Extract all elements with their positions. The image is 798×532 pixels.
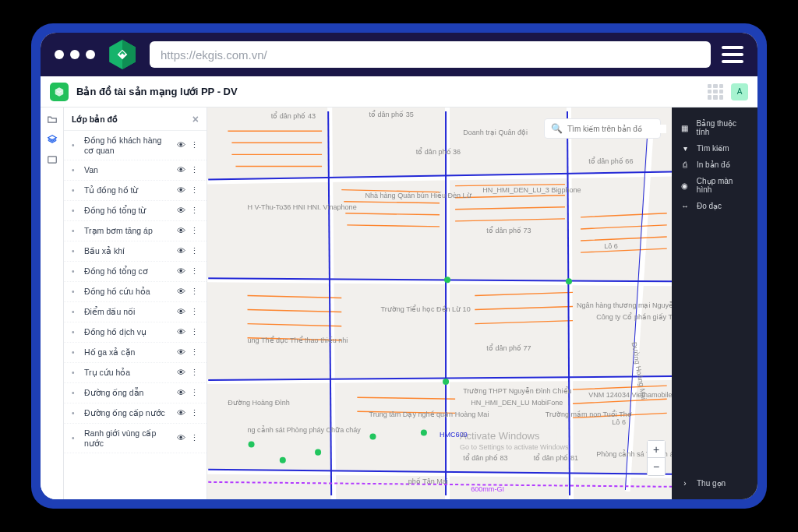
search-icon: 🔍 — [551, 123, 563, 134]
more-icon[interactable]: ⋮ — [190, 206, 199, 216]
more-icon[interactable]: ⋮ — [190, 408, 199, 418]
apps-grid-icon[interactable] — [708, 84, 723, 100]
layer-item[interactable]: •Tủ đồng hồ từ👁⋮ — [64, 181, 207, 201]
map-label: tổ dân phố 73 — [486, 226, 531, 234]
svg-rect-5 — [330, 119, 408, 158]
hamburger-menu-icon[interactable] — [722, 46, 743, 63]
layers-icon[interactable] — [45, 134, 59, 145]
map-label: Đường Hoàng Đình — [228, 399, 289, 407]
url-bar[interactable]: https://ekgis.com.vn/ — [150, 41, 711, 68]
right-panel-item[interactable]: ◉Chụp màn hình — [672, 173, 757, 198]
right-panel-label: Tìm kiếm — [697, 144, 729, 153]
visibility-icon[interactable]: 👁 — [177, 185, 185, 196]
visibility-icon[interactable]: 👁 — [177, 266, 185, 277]
collapse-panel-button[interactable]: › Thu gọn — [672, 475, 757, 491]
visibility-icon[interactable]: 👁 — [177, 408, 185, 418]
visibility-icon[interactable]: 👁 — [177, 246, 185, 256]
layer-label: Đồng hồ cứu hỏa — [84, 287, 172, 297]
more-icon[interactable]: ⋮ — [190, 433, 199, 443]
visibility-icon[interactable]: 👁 — [177, 226, 185, 236]
layer-label: Đồng hồ dịch vụ — [84, 327, 172, 337]
layer-item[interactable]: •Đường ống dẫn👁⋮ — [64, 383, 207, 403]
map-label: HN_HMI_DEN_LU_3 Bigphone — [482, 186, 581, 194]
visibility-icon[interactable]: 👁 — [177, 433, 185, 443]
layer-item[interactable]: •Đồng hồ tổng cơ👁⋮ — [64, 262, 207, 282]
layer-label: Trạm bơm tăng áp — [84, 226, 172, 236]
app-logo-icon — [50, 83, 69, 101]
map-label: phố Tân Mai — [408, 477, 448, 485]
visibility-icon[interactable]: 👁 — [177, 347, 185, 358]
svg-point-24 — [421, 429, 427, 435]
more-icon[interactable]: ⋮ — [190, 368, 199, 378]
right-panel-item[interactable]: ⎙In bản đồ — [672, 157, 757, 173]
map-search-input[interactable] — [567, 125, 666, 133]
visibility-icon[interactable]: 👁 — [177, 388, 185, 398]
right-panel-item[interactable]: ↔Đo đạc — [672, 198, 757, 214]
visibility-icon[interactable]: 👁 — [177, 368, 185, 378]
svg-point-21 — [280, 457, 286, 463]
close-icon[interactable]: × — [192, 113, 199, 125]
more-icon[interactable]: ⋮ — [190, 266, 199, 277]
map-label: tổ dân phố 43 — [271, 111, 316, 120]
avatar[interactable]: A — [731, 83, 748, 100]
zoom-in-button[interactable]: + — [648, 441, 665, 458]
layer-label: Đường ống dẫn — [84, 388, 172, 398]
layer-item[interactable]: •Đồng hồ khách hàng cơ quan👁⋮ — [64, 131, 207, 160]
zoom-controls: + − — [647, 440, 666, 476]
right-panel-item[interactable]: ▾Tìm kiếm — [672, 140, 757, 157]
map-search-box[interactable]: 🔍 — [544, 118, 661, 139]
dot — [86, 50, 95, 59]
layer-item[interactable]: •Van👁⋮ — [64, 160, 207, 181]
more-icon[interactable]: ⋮ — [190, 347, 199, 358]
zoom-out-button[interactable]: − — [648, 458, 665, 475]
visibility-icon[interactable]: 👁 — [177, 307, 185, 317]
more-icon[interactable]: ⋮ — [190, 226, 199, 236]
layer-symbol-icon: • — [72, 409, 79, 417]
logo-icon — [106, 38, 139, 71]
layer-symbol-icon: • — [72, 267, 79, 276]
folder-icon[interactable] — [45, 114, 59, 125]
more-icon[interactable]: ⋮ — [190, 140, 199, 150]
layer-item[interactable]: •Hố ga xả cặn👁⋮ — [64, 343, 207, 363]
layer-symbol-icon: • — [72, 348, 79, 357]
visibility-icon[interactable]: 👁 — [177, 327, 185, 337]
visibility-icon[interactable]: 👁 — [177, 206, 185, 216]
layer-symbol-icon: • — [72, 186, 79, 195]
legend-icon[interactable] — [45, 154, 59, 165]
more-icon[interactable]: ⋮ — [190, 307, 199, 317]
mini-sidebar — [41, 107, 64, 499]
map-canvas[interactable]: tổ dân phố 43 tổ dân phố 35 tổ dân phố 3… — [207, 107, 672, 499]
layer-label: Đồng hồ khách hàng cơ quan — [84, 136, 172, 155]
layer-symbol-icon: • — [72, 389, 79, 397]
layer-item[interactable]: •Đồng hồ cứu hỏa👁⋮ — [64, 282, 207, 302]
chevron-right-icon: › — [680, 479, 690, 488]
more-icon[interactable]: ⋮ — [190, 327, 199, 337]
layer-item[interactable]: •Bầu xả khí👁⋮ — [64, 241, 207, 262]
more-icon[interactable]: ⋮ — [190, 165, 199, 175]
more-icon[interactable]: ⋮ — [190, 388, 199, 398]
layer-item[interactable]: •Điểm đấu nối👁⋮ — [64, 302, 207, 322]
visibility-icon[interactable]: 👁 — [177, 287, 185, 297]
visibility-icon[interactable]: 👁 — [177, 140, 185, 150]
layer-item[interactable]: •Đồng hồ tổng từ👁⋮ — [64, 201, 207, 221]
browser-chrome: https://ekgis.com.vn/ — [41, 33, 757, 76]
filter-icon: ▾ — [680, 144, 690, 153]
map-label: HN_HMI_DEN_LU MobiFone — [471, 399, 563, 407]
map-label: tổ dân phố 35 — [369, 110, 413, 118]
layer-item[interactable]: •Đường ống cấp nước👁⋮ — [64, 403, 207, 424]
layer-item[interactable]: •Trạm bơm tăng áp👁⋮ — [64, 221, 207, 241]
more-icon[interactable]: ⋮ — [190, 246, 199, 256]
layer-symbol-icon: • — [72, 308, 79, 316]
right-panel-item[interactable]: ▦Bảng thuộc tính — [672, 115, 757, 140]
map-label: Trường Tiểu học Đền Lừ 10 — [381, 305, 471, 313]
windows-watermark: Activate Windows Go to Settings to activ… — [460, 430, 570, 453]
svg-rect-14 — [471, 287, 573, 366]
layer-item[interactable]: •Đồng hồ dịch vụ👁⋮ — [64, 322, 207, 343]
more-icon[interactable]: ⋮ — [190, 287, 199, 297]
visibility-icon[interactable]: 👁 — [177, 165, 185, 175]
more-icon[interactable]: ⋮ — [190, 185, 199, 196]
svg-rect-11 — [573, 210, 667, 280]
svg-point-20 — [249, 442, 255, 448]
layer-item[interactable]: •Ranh giới vùng cấp nước👁⋮ — [64, 424, 207, 453]
layer-item[interactable]: •Trụ cứu hỏa👁⋮ — [64, 363, 207, 383]
